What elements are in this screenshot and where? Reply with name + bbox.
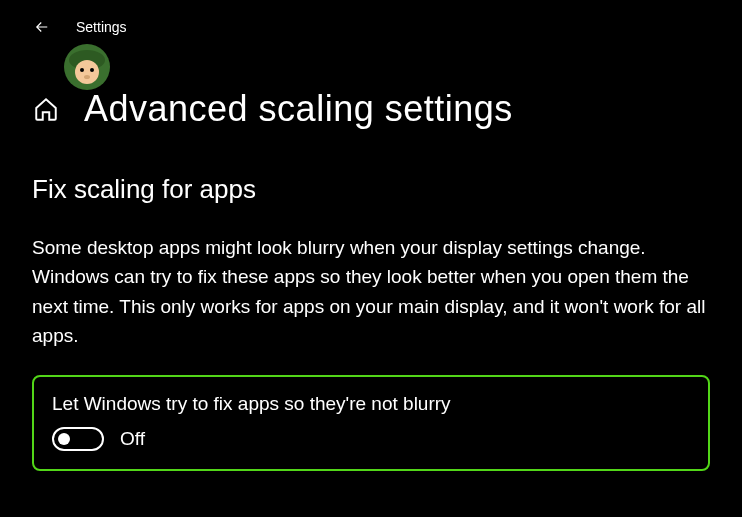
toggle-section-highlight: Let Windows try to fix apps so they're n… xyxy=(32,375,710,471)
svg-point-5 xyxy=(84,75,90,79)
svg-point-4 xyxy=(90,68,94,72)
back-arrow-icon xyxy=(33,18,51,36)
window-title: Settings xyxy=(76,19,127,35)
toggle-label: Let Windows try to fix apps so they're n… xyxy=(52,393,690,415)
fix-scaling-toggle[interactable] xyxy=(52,427,104,451)
avatar xyxy=(62,42,112,92)
svg-point-2 xyxy=(75,60,99,84)
svg-point-3 xyxy=(80,68,84,72)
page-title: Advanced scaling settings xyxy=(84,88,513,130)
content-area: Fix scaling for apps Some desktop apps m… xyxy=(0,130,742,471)
titlebar: Settings xyxy=(0,0,742,40)
section-description: Some desktop apps might look blurry when… xyxy=(32,233,710,351)
toggle-knob xyxy=(58,433,70,445)
toggle-state-text: Off xyxy=(120,428,145,450)
home-button[interactable] xyxy=(32,95,60,123)
section-heading: Fix scaling for apps xyxy=(32,174,710,205)
home-icon xyxy=(33,96,59,122)
toggle-row: Off xyxy=(52,427,690,451)
back-button[interactable] xyxy=(32,17,52,37)
